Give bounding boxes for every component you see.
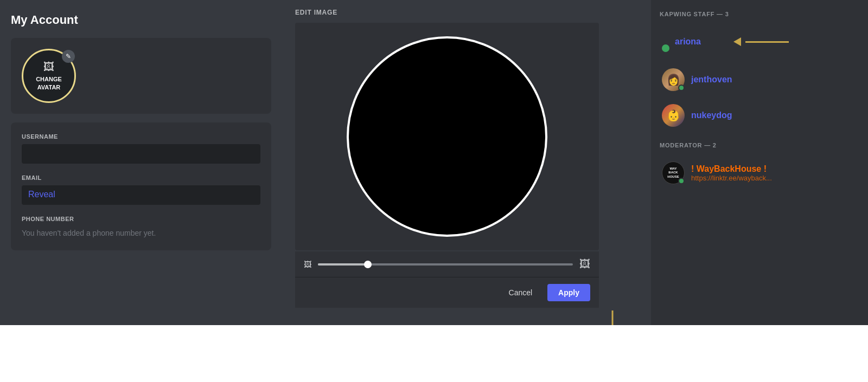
jenthoven-avatar-wrap: 👩 [662,68,685,91]
zoom-slider-track [318,263,369,266]
nukeydog-avatar-wrap: 👶 [662,104,685,127]
avatar-section: 🖼 CHANGE AVATAR ✎ [11,38,271,114]
change-avatar-label: CHANGE AVATAR [36,75,62,91]
waybackhouse-link: https://linktr.ee/wayback... [691,174,772,182]
image-preview-box[interactable] [295,23,599,250]
edit-image-title: EDIT IMAGE [295,9,638,16]
ariona-online-dot [662,44,669,52]
username-field-group: USERNAME [22,133,260,164]
ariona-status-wrap [662,30,671,53]
phone-value: You haven't added a phone number yet. [22,226,260,239]
jenthoven-online-dot [678,85,685,91]
member-item-jenthoven[interactable]: 👩 jenthoven [660,64,859,95]
staff-section-header: KAPWING STAFF — 3 [660,11,859,17]
email-field-group: EMAIL Reveal [22,174,260,205]
arrow-right-head [733,37,741,46]
page-title: My Account [11,13,271,27]
zoom-out-icon: 🖼 [304,260,311,269]
waybackhouse-avatar-wrap: WAYBACKHOUSE [662,161,685,184]
waybackhouse-online-dot [678,178,685,184]
nukeydog-avatar: 👶 [662,104,685,127]
arrow-right-line [745,41,789,43]
bottom-bar [0,325,868,382]
zoom-controls: 🖼 🖼 [295,251,599,277]
zoom-in-icon: 🖼 [579,258,590,270]
action-bar: Cancel Apply [295,277,599,308]
username-value [22,144,260,164]
moderator-section-header: MODERATOR — 2 [660,142,859,148]
zoom-slider[interactable] [318,263,573,266]
account-fields: USERNAME EMAIL Reveal PHONE NUMBER You h… [11,122,271,250]
username-label: USERNAME [22,133,260,140]
waybackhouse-name: ! WayBackHouse ! [691,164,772,174]
jenthoven-name: jenthoven [691,75,732,85]
waybackhouse-info: ! WayBackHouse ! https://linktr.ee/wayba… [691,164,772,182]
cancel-button[interactable]: Cancel [502,284,539,301]
email-label: EMAIL [22,174,260,181]
member-item-waybackhouse[interactable]: WAYBACKHOUSE ! WayBackHouse ! https://li… [660,157,859,189]
phone-field-group: PHONE NUMBER You haven't added a phone n… [22,216,260,239]
phone-label: PHONE NUMBER [22,216,260,222]
zoom-slider-thumb[interactable] [364,261,372,268]
change-avatar-button[interactable]: 🖼 CHANGE AVATAR ✎ [22,49,76,103]
nukeydog-name: nukeydog [691,111,732,120]
member-item-ariona[interactable]: ariona [660,26,859,57]
apply-button[interactable]: Apply [547,284,590,301]
member-item-nukeydog[interactable]: 👶 nukeydog [660,100,859,131]
arrow-right-annotation [733,37,789,46]
avatar-edit-icon[interactable]: ✎ [62,50,75,63]
image-crop-circle [347,36,547,237]
ariona-name: ariona [675,37,701,47]
reveal-email-button[interactable]: Reveal [22,185,260,205]
